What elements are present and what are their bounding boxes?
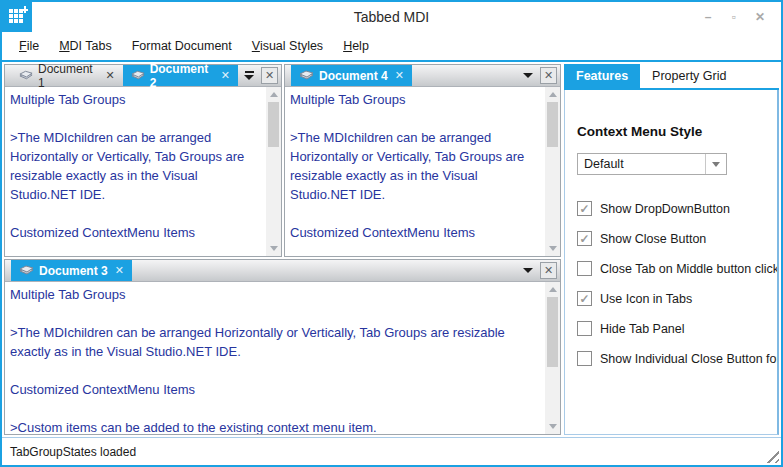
document-3-content: Multiple Tab Groups >The MDIchildren can… — [5, 282, 560, 434]
window-controls: – ▫ ✕ — [697, 7, 781, 27]
checkbox-icon[interactable]: ✓ — [577, 291, 592, 306]
dropdown-value: Default — [578, 157, 705, 171]
document-area: Document 1 ✕ Document 2 ✕ ✕ — [4, 64, 561, 435]
tab-list-dropdown-icon[interactable] — [520, 68, 536, 84]
tab-list-dropdown-icon[interactable] — [241, 68, 257, 84]
vertical-scrollbar[interactable] — [266, 87, 281, 256]
tab-group-close-button[interactable]: ✕ — [540, 67, 557, 84]
title-bar: Tabbed MDI – ▫ ✕ — [2, 2, 781, 32]
checkbox-hide-tab-panel[interactable]: Hide Tab Panel — [577, 321, 765, 336]
tab-group-2-strip: Document 4 ✕ ✕ — [285, 65, 560, 87]
features-panel-body: Context Menu Style Default ✓ Show DropDo… — [564, 90, 779, 435]
tab-group-1-strip: Document 1 ✕ Document 2 ✕ ✕ — [5, 65, 281, 87]
tab-property-grid[interactable]: Property Grid — [640, 64, 738, 88]
features-panel-tabs: Features Property Grid — [564, 64, 779, 88]
document-text[interactable]: Multiple Tab Groups >The MDIchildren can… — [5, 87, 264, 256]
context-menu-style-dropdown[interactable]: Default — [577, 153, 727, 175]
scroll-thumb[interactable] — [547, 102, 558, 147]
context-menu-style-heading: Context Menu Style — [577, 124, 765, 139]
tab-document-3[interactable]: Document 3 ✕ — [11, 260, 132, 281]
checkbox-close-tab-middle-click[interactable]: Close Tab on Middle button click — [577, 261, 765, 276]
checkbox-icon[interactable] — [577, 321, 592, 336]
maximize-button[interactable]: ▫ — [723, 7, 745, 27]
tab-group-3-strip: Document 3 ✕ ✕ — [5, 260, 560, 282]
tab-document-1[interactable]: Document 1 ✕ — [11, 65, 123, 86]
close-button[interactable]: ✕ — [749, 7, 771, 27]
document-icon — [131, 70, 145, 81]
tab-close-icon[interactable]: ✕ — [105, 69, 114, 82]
tab-document-4[interactable]: Document 4 ✕ — [291, 65, 412, 86]
features-panel: Features Property Grid Context Menu Styl… — [564, 64, 779, 435]
scroll-thumb[interactable] — [547, 297, 558, 367]
checkbox-show-dropdownbutton[interactable]: ✓ Show DropDownButton — [577, 201, 765, 216]
minimize-button[interactable]: – — [697, 7, 719, 27]
scroll-up-icon[interactable] — [549, 287, 557, 292]
status-bar: TabGroupStates loaded — [2, 438, 781, 465]
checkbox-icon[interactable] — [577, 351, 592, 366]
feature-checkbox-list: ✓ Show DropDownButton ✓ Show Close Butto… — [577, 201, 765, 366]
document-4-content: Multiple Tab Groups >The MDIchildren can… — [285, 87, 560, 256]
document-icon — [299, 70, 314, 81]
menu-help[interactable]: Help — [334, 35, 378, 57]
document-icon — [19, 265, 34, 276]
tab-group-close-button[interactable]: ✕ — [261, 67, 278, 84]
vertical-scrollbar[interactable] — [545, 282, 560, 434]
app-window: Tabbed MDI – ▫ ✕ File MDI Tabs Format Do… — [0, 0, 783, 467]
menu-bar: File MDI Tabs Format Document Visual Sty… — [2, 32, 781, 60]
tab-close-icon[interactable]: ✕ — [395, 69, 404, 82]
scroll-down-icon[interactable] — [549, 424, 557, 429]
window-title: Tabbed MDI — [2, 9, 781, 25]
menu-format-document[interactable]: Format Document — [123, 35, 241, 57]
document-2-content: Multiple Tab Groups >The MDIchildren can… — [5, 87, 281, 256]
top-tab-group-row: Document 1 ✕ Document 2 ✕ ✕ — [4, 64, 561, 257]
document-text[interactable]: Multiple Tab Groups >The MDIchildren can… — [5, 282, 543, 434]
scroll-up-icon[interactable] — [549, 92, 557, 97]
document-icon — [19, 70, 33, 81]
checkbox-icon[interactable]: ✓ — [577, 231, 592, 246]
status-text: TabGroupStates loaded — [10, 445, 136, 459]
scroll-down-icon[interactable] — [549, 246, 557, 251]
tab-group-3: Document 3 ✕ ✕ Multiple Tab Groups >The … — [4, 259, 561, 435]
mdi-client-area: Document 1 ✕ Document 2 ✕ ✕ — [2, 60, 781, 438]
tab-list-dropdown-icon[interactable] — [520, 263, 536, 279]
tab-features[interactable]: Features — [564, 64, 640, 88]
checkbox-icon[interactable] — [577, 261, 592, 276]
resize-grip-icon[interactable] — [765, 449, 779, 463]
tab-document-2[interactable]: Document 2 ✕ — [123, 65, 238, 86]
scroll-down-icon[interactable] — [270, 246, 278, 251]
checkbox-individual-close-button[interactable]: Show Individual Close Button for 2,4 — [577, 351, 765, 366]
scroll-up-icon[interactable] — [270, 92, 278, 97]
tab-group-2: Document 4 ✕ ✕ Multiple Tab Groups >The … — [284, 64, 561, 257]
menu-visual-styles[interactable]: Visual Styles — [243, 35, 332, 57]
tab-close-icon[interactable]: ✕ — [115, 264, 124, 277]
menu-mdi-tabs[interactable]: MDI Tabs — [50, 35, 121, 57]
tab-group-1: Document 1 ✕ Document 2 ✕ ✕ — [4, 64, 282, 257]
vertical-scrollbar[interactable] — [545, 87, 560, 256]
tab-group-close-button[interactable]: ✕ — [540, 262, 557, 279]
menu-file[interactable]: File — [10, 35, 48, 57]
chevron-down-icon[interactable] — [705, 154, 726, 174]
document-text[interactable]: Multiple Tab Groups >The MDIchildren can… — [285, 87, 543, 256]
checkbox-icon[interactable]: ✓ — [577, 201, 592, 216]
tab-close-icon[interactable]: ✕ — [221, 69, 230, 82]
checkbox-show-close-button[interactable]: ✓ Show Close Button — [577, 231, 765, 246]
scroll-thumb[interactable] — [268, 102, 279, 147]
checkbox-use-icon-in-tabs[interactable]: ✓ Use Icon in Tabs — [577, 291, 765, 306]
